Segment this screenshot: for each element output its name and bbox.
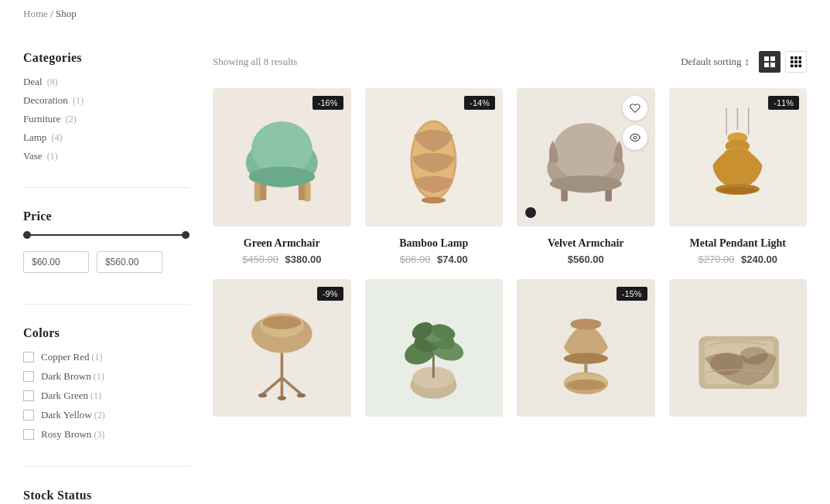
svg-rect-6 — [799, 56, 802, 60]
original-price: $270.00 — [698, 254, 734, 265]
price-thumb-right[interactable] — [182, 231, 190, 239]
stock-section: Stock Status In stock (8) — [23, 489, 190, 504]
grid-view-9-button[interactable] — [785, 51, 807, 73]
product-card[interactable]: -16% Green Armchair $450.00 $380.00 — [213, 88, 351, 265]
category-link[interactable]: Decoration (1) — [23, 94, 84, 107]
color-label: Dark Green — [41, 390, 88, 402]
svg-rect-3 — [770, 63, 775, 67]
category-count: (4) — [52, 132, 63, 143]
color-filter-item[interactable]: Dark Yellow (2) — [23, 409, 190, 421]
color-filter-item[interactable]: Rosy Brown (3) — [23, 428, 190, 441]
svg-rect-11 — [794, 65, 798, 68]
product-name: Velvet Armchair — [517, 237, 655, 250]
category-link[interactable]: Lamp (4) — [23, 131, 63, 144]
sort-wrapper[interactable]: Default sorting ↕ — [681, 56, 750, 68]
color-checkbox[interactable] — [23, 390, 34, 401]
svg-rect-18 — [299, 184, 306, 200]
category-item[interactable]: Deal (8) — [23, 76, 190, 88]
stock-heading: Stock Status — [23, 489, 190, 502]
color-count: (1) — [94, 371, 104, 383]
view-toggles — [759, 51, 807, 73]
grid-view-4-button[interactable] — [759, 51, 780, 73]
svg-rect-7 — [791, 60, 794, 63]
price-min-input[interactable] — [23, 251, 89, 273]
category-link[interactable]: Furniture (2) — [23, 113, 77, 125]
price-range — [23, 234, 190, 273]
color-dot-dark[interactable] — [524, 206, 537, 219]
eye-icon — [630, 132, 640, 143]
color-checkbox[interactable] — [23, 371, 34, 382]
color-count: (2) — [94, 410, 105, 421]
product-grid: -16% Green Armchair $450.00 $380.00 -14%… — [213, 88, 807, 427]
svg-point-39 — [262, 316, 301, 329]
toolbar-right: Default sorting ↕ — [681, 51, 807, 73]
svg-point-44 — [258, 393, 267, 398]
price-max-input[interactable] — [97, 251, 162, 273]
svg-rect-17 — [260, 184, 267, 200]
page-container: Categories Deal (8)Decoration (1)Furnitu… — [0, 36, 830, 504]
svg-point-57 — [570, 319, 601, 330]
product-image-wrapper: -11% — [669, 88, 808, 226]
sidebar: Categories Deal (8)Decoration (1)Furnitu… — [23, 51, 213, 504]
category-item[interactable]: Lamp (4) — [23, 131, 190, 144]
colors-section: Colors Copper Red (1) Dark Brown (1) Dar… — [23, 326, 190, 467]
breadcrumb-home[interactable]: Home — [23, 8, 48, 19]
sale-price: $380.00 — [285, 254, 322, 265]
color-count: (3) — [94, 429, 104, 441]
svg-rect-2 — [764, 63, 769, 67]
svg-point-45 — [297, 393, 306, 398]
category-link[interactable]: Vase (1) — [23, 150, 58, 162]
svg-point-58 — [564, 353, 608, 364]
svg-rect-0 — [764, 56, 769, 61]
product-card[interactable]: -15% — [517, 279, 655, 428]
breadcrumb-separator: / — [50, 8, 56, 19]
product-price: $450.00 $380.00 — [213, 254, 351, 265]
color-dots — [524, 206, 537, 219]
product-card[interactable]: Velvet Armchair $560.00 — [517, 88, 655, 265]
svg-point-65 — [710, 353, 743, 376]
category-count: (1) — [47, 151, 58, 162]
product-card[interactable] — [669, 279, 808, 428]
product-card[interactable] — [365, 279, 504, 428]
quickview-button[interactable] — [623, 125, 647, 150]
price-heading: Price — [23, 209, 190, 223]
color-label: Copper Red — [41, 351, 89, 363]
breadcrumb: Home / Shop — [0, 0, 830, 20]
color-checkbox[interactable] — [23, 410, 34, 421]
shop-toolbar: Showing all 8 results Default sorting ↕ — [213, 51, 807, 73]
category-item[interactable]: Decoration (1) — [23, 94, 190, 107]
product-image-wrapper — [365, 279, 504, 417]
category-count: (1) — [73, 95, 84, 106]
color-checkbox[interactable] — [23, 352, 34, 363]
original-price: $450.00 — [242, 254, 278, 265]
color-label: Dark Brown — [41, 370, 91, 383]
color-checkbox[interactable] — [23, 429, 34, 440]
product-price: $560.00 — [517, 254, 655, 265]
product-badge: -14% — [464, 96, 495, 110]
main-content: Showing all 8 results Default sorting ↕ — [213, 51, 807, 504]
price-fill — [23, 234, 190, 236]
product-badge: -9% — [317, 287, 343, 301]
price-thumb-left[interactable] — [23, 231, 31, 239]
product-card[interactable]: -9% — [213, 279, 351, 428]
sort-label: Default sorting — [681, 56, 741, 68]
category-item[interactable]: Furniture (2) — [23, 113, 190, 125]
color-filter-item[interactable]: Dark Green (1) — [23, 390, 190, 402]
category-item[interactable]: Vase (1) — [23, 150, 190, 162]
product-card[interactable]: -14% Bamboo Lamp $86.00 $74.00 — [365, 88, 504, 265]
color-filter-item[interactable]: Dark Brown (1) — [23, 370, 190, 383]
svg-point-36 — [719, 187, 757, 194]
sale-price: $74.00 — [437, 254, 468, 265]
sort-icon: ↕ — [745, 56, 750, 68]
breadcrumb-current: Shop — [56, 8, 77, 19]
category-link[interactable]: Deal (8) — [23, 76, 58, 88]
color-filter-item[interactable]: Copper Red (1) — [23, 351, 190, 363]
product-badge: -16% — [313, 96, 343, 110]
product-card[interactable]: -11% Metal Pendant Light $270.00 $240.00 — [669, 88, 808, 265]
color-label: Rosy Brown — [41, 428, 91, 441]
color-count: (1) — [91, 390, 101, 402]
categories-heading: Categories — [23, 51, 190, 65]
svg-line-42 — [282, 378, 301, 394]
product-name: Green Armchair — [213, 237, 351, 250]
wishlist-button[interactable] — [623, 96, 647, 121]
